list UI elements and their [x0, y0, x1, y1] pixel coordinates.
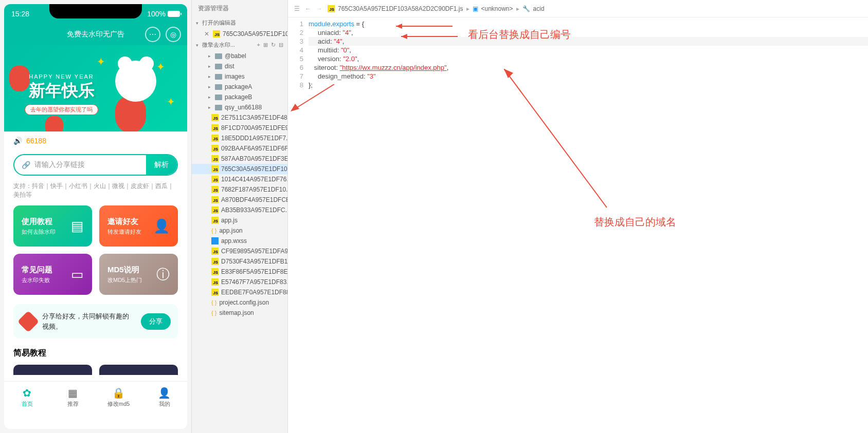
- close-icon[interactable]: ✕: [204, 30, 209, 37]
- card-md5[interactable]: MD5说明改MD5上热门 ⓘ: [99, 254, 178, 295]
- file-name: 8F1CD700A957E1DFE9...: [221, 124, 287, 131]
- phone-simulator: 15:28 100% 免费去水印无广告 ⋯ ◎ ✦ ✦ ✦: [0, 0, 191, 433]
- more-button[interactable]: ⋯: [145, 27, 160, 42]
- svg-line-6: [504, 69, 607, 208]
- js-file-icon: JS: [211, 145, 219, 152]
- file-item[interactable]: JS18E5DDD1A957E1DF7...: [192, 133, 287, 143]
- line-number: 3: [288, 37, 303, 46]
- file-item[interactable]: JSA870BDF4A957E1DFCE...: [192, 195, 287, 205]
- js-file-icon: JS: [211, 278, 219, 286]
- share-text: 分享给好友，共同解锁有趣的视频。: [42, 311, 135, 331]
- file-item[interactable]: JS8F1CD700A957E1DFE9...: [192, 123, 287, 133]
- js-file-icon: JS: [211, 206, 219, 214]
- file-name: 1014C414A957E1DF76...: [221, 176, 287, 183]
- file-name: app.json: [219, 227, 242, 234]
- forward-icon[interactable]: →: [316, 5, 322, 12]
- file-item[interactable]: JSE57467F7A957E1DF83...: [192, 277, 287, 287]
- file-item[interactable]: { }project.config.json: [192, 297, 287, 308]
- user-icon: 👤: [158, 387, 171, 399]
- file-item[interactable]: { }app.json: [192, 225, 287, 236]
- phone-notch: [49, 4, 142, 18]
- file-item[interactable]: JS765C30A5A957E1DF10...: [192, 164, 287, 174]
- editor-toolbar: ☰ ← → JS 765C30A5A957E1DF103A58A2D2C90DF…: [288, 0, 868, 17]
- tab-home[interactable]: ✿首页: [4, 382, 50, 413]
- gift-icon: [17, 310, 39, 332]
- folder-item[interactable]: ▸qsy_un66188: [192, 102, 287, 112]
- open-editors-header[interactable]: ▾打开的编辑器: [192, 17, 287, 29]
- file-name: D7530F43A957E1DFB1...: [221, 258, 287, 265]
- breadcrumb-scope[interactable]: <unknown>: [481, 5, 513, 12]
- search-input[interactable]: 🔗 请输入分享链接: [14, 155, 146, 175]
- tab-md5[interactable]: 🔒修改md5: [96, 382, 141, 413]
- file-item[interactable]: JS2E7511C3A957E1DF48...: [192, 112, 287, 123]
- file-item[interactable]: JSE83F86F5A957E1DF8E5...: [192, 267, 287, 277]
- file-item[interactable]: JSCF9E9895A957E1DFA9...: [192, 246, 287, 256]
- file-item[interactable]: JSEEDBE7F0A957E1DF88...: [192, 287, 287, 297]
- new-folder-icon[interactable]: ⊞: [263, 42, 268, 48]
- file-name: 765C30A5A957E1DF10...: [223, 30, 287, 37]
- refresh-icon[interactable]: ↻: [271, 42, 276, 48]
- line-number: 8: [288, 81, 303, 89]
- code-line: acid: "4",: [309, 37, 868, 46]
- target-button[interactable]: ◎: [166, 27, 181, 42]
- js-file-icon: JS: [211, 155, 219, 162]
- card-sub: 去水印失败: [22, 276, 52, 284]
- folder-item[interactable]: ▸images: [192, 71, 287, 82]
- tab-mine[interactable]: 👤我的: [141, 382, 187, 413]
- card-title: MD5说明: [107, 265, 142, 275]
- card-invite[interactable]: 邀请好友转发邀请好友 👤: [99, 205, 178, 247]
- line-number: 6: [288, 63, 303, 72]
- breadcrumb-prop[interactable]: acid: [533, 5, 545, 12]
- parse-button[interactable]: 解析: [146, 155, 177, 175]
- js-file-icon: JS: [211, 217, 219, 224]
- file-item[interactable]: JS7682F187A957E1DF10...: [192, 184, 287, 195]
- file-item[interactable]: { }sitemap.json: [192, 308, 287, 318]
- thumb-image[interactable]: [13, 365, 92, 375]
- thumb-image[interactable]: [99, 365, 178, 375]
- code-line: siteroot: "https://wx.muzzz.cn/app/index…: [309, 63, 868, 72]
- js-file-icon: JS: [211, 165, 219, 173]
- tab-bar: ✿首页 ▦推荐 🔒修改md5 👤我的: [4, 381, 187, 413]
- menu-icon[interactable]: ☰: [294, 5, 300, 12]
- lantern-icon: [115, 97, 146, 131]
- card-faq[interactable]: 常见问题去水印失败 ▭: [13, 254, 92, 295]
- editor-body[interactable]: 1 2 3 4 5 6 7 8 module.exports = { uniac…: [288, 17, 868, 433]
- card-sub: 如何去除水印: [22, 228, 56, 236]
- file-explorer: 资源管理器 ▾打开的编辑器 ✕JS765C30A5A957E1DF10... ▾…: [191, 0, 288, 433]
- project-header[interactable]: ▾微擎去水印... +⊞↻⊟: [192, 39, 287, 51]
- file-item[interactable]: JSAB35B933A957E1DFC...: [192, 205, 287, 215]
- json-file-icon: { }: [211, 299, 216, 306]
- file-name: 7682F187A957E1DF10...: [221, 186, 287, 193]
- folder-item[interactable]: ▸packageB: [192, 92, 287, 102]
- book-icon: ▤: [71, 218, 84, 234]
- tab-recommend[interactable]: ▦推荐: [50, 382, 96, 413]
- support-text: 支持：抖音｜快手｜小红书｜火山｜微视｜皮皮虾｜西瓜｜美拍等: [4, 180, 187, 205]
- folder-item[interactable]: ▸dist: [192, 61, 287, 71]
- folder-item[interactable]: ▸packageA: [192, 82, 287, 92]
- folder-name: dist: [225, 63, 234, 70]
- file-item[interactable]: app.wxss: [192, 236, 287, 246]
- breadcrumb-file[interactable]: 765C30A5A957E1DF103A58A2D2C90DF1.js: [338, 5, 463, 12]
- file-name: E57467F7A957E1DF83...: [221, 278, 287, 286]
- file-item[interactable]: JS092BAAF6A957E1DF6F...: [192, 143, 287, 154]
- js-file-icon: JS: [211, 114, 219, 121]
- file-item[interactable]: JSD7530F43A957E1DFB1...: [192, 256, 287, 267]
- json-file-icon: { }: [211, 310, 216, 316]
- search-box: 🔗 请输入分享链接 解析: [13, 154, 178, 176]
- file-item[interactable]: JS587AAB70A957E1DF3E...: [192, 154, 287, 164]
- new-file-icon[interactable]: +: [257, 42, 260, 48]
- folder-item[interactable]: ▸@babel: [192, 51, 287, 61]
- banner: ✦ ✦ ✦ HAPPY NEW YEAR 新年快乐 去年的愿望你都实现了吗: [4, 45, 187, 131]
- collapse-icon[interactable]: ⊟: [279, 42, 283, 48]
- file-item[interactable]: JSapp.js: [192, 215, 287, 225]
- file-name: CF9E9895A957E1DFA9...: [221, 248, 287, 255]
- card-tutorial[interactable]: 使用教程如何去除水印 ▤: [13, 205, 92, 247]
- share-button[interactable]: 分享: [141, 313, 171, 330]
- code-area[interactable]: module.exports = { uniacid: "4", acid: "…: [309, 17, 868, 433]
- back-icon[interactable]: ←: [305, 5, 311, 12]
- open-editor-tab[interactable]: ✕JS765C30A5A957E1DF10...: [192, 29, 287, 39]
- folder-name: @babel: [225, 52, 246, 60]
- file-item[interactable]: JS1014C414A957E1DF76...: [192, 174, 287, 184]
- file-name: 092BAAF6A957E1DF6F...: [221, 145, 287, 152]
- file-name: app.js: [221, 217, 238, 224]
